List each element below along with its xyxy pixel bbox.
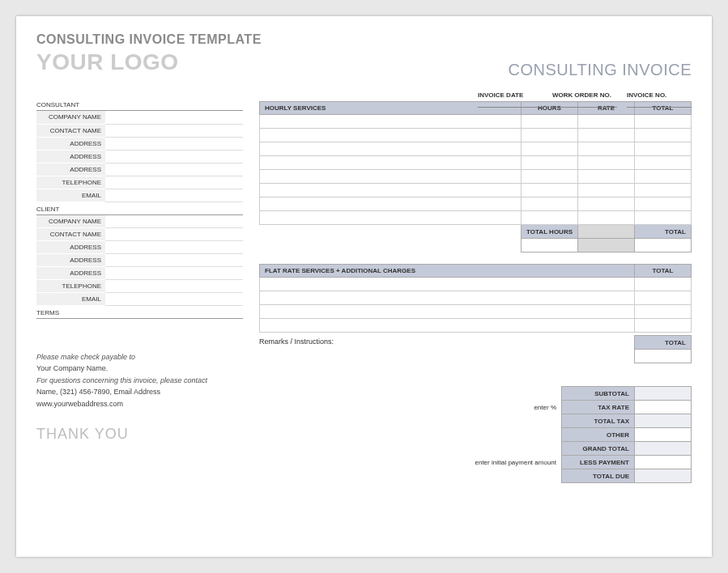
table-row[interactable] [260,156,692,170]
invoice-type-heading: CONSULTING INVOICE [509,61,692,79]
field-label: CONTACT NAME [36,228,105,241]
field-label: EMAIL [36,293,105,306]
field-value[interactable] [105,228,243,241]
hourly-total-row: TOTAL HOURS TOTAL [260,225,692,239]
less-payment-label: LESS PAYMENT [562,456,635,469]
table-row[interactable] [260,129,692,142]
field-value[interactable] [105,176,243,189]
less-payment-value[interactable] [635,456,692,469]
flat-total-value [635,350,692,363]
client-fields: COMPANY NAME CONTACT NAME ADDRESS ADDRES… [36,215,243,307]
summary-table: SUBTOTAL enter %TAX RATE TOTAL TAX OTHER… [416,386,692,483]
remarks-label: Remarks / Instructions: [259,335,334,346]
total-hours-cell [522,239,578,253]
field-label: ADDRESS [36,267,105,280]
tax-rate-label: TAX RATE [562,401,635,414]
total-tax-value [635,414,692,428]
table-row[interactable] [260,170,692,184]
table-row[interactable] [260,184,692,197]
payable-to: Your Company Name. [36,363,243,374]
field-value[interactable] [105,241,243,254]
questions-label: For questions concerning this invoice, p… [36,375,243,386]
field-label: COMPANY NAME [36,111,105,124]
table-row[interactable] [260,142,692,156]
hourly-services-table: HOURLY SERVICES HOURS RATE TOTAL TOTAL H… [259,101,692,253]
tax-rate-value[interactable] [635,401,692,414]
page-title: CONSULTING INVOICE TEMPLATE [36,32,692,47]
field-value[interactable] [105,111,243,124]
table-row[interactable] [260,278,692,291]
subtotal-value [635,387,692,401]
field-value[interactable] [105,280,243,293]
table-row[interactable] [260,197,692,211]
invoice-date-label: INVOICE DATE [478,91,543,108]
field-label: ADDRESS [36,150,105,163]
field-label: EMAIL [36,189,105,202]
table-row[interactable] [260,305,692,319]
footer-text: Please make check payable to Your Compan… [36,351,243,410]
client-section: CLIENT [36,206,243,215]
field-label: ADDRESS [36,163,105,176]
field-label: CONTACT NAME [36,124,105,137]
field-value[interactable] [105,189,243,202]
field-value[interactable] [105,293,243,306]
field-value[interactable] [105,215,243,228]
total-due-value [635,469,692,483]
thank-you: THANK YOU [36,426,243,443]
invoice-meta-row: INVOICE DATE WORK ORDER NO. INVOICE NO. [478,91,692,108]
left-column: CONSULTANT COMPANY NAME CONTACT NAME ADD… [36,101,243,483]
field-label: COMPANY NAME [36,215,105,228]
grand-total-value [635,442,692,456]
flat-total-box: TOTAL [634,335,692,363]
total-due-label: TOTAL DUE [562,469,635,483]
other-value[interactable] [635,428,692,442]
total-hours-value [578,225,635,239]
grand-total-label: GRAND TOTAL [562,442,635,456]
table-row[interactable] [260,211,692,225]
consultant-section: CONSULTANT [36,101,243,111]
total-cell [635,239,692,253]
field-label: TELEPHONE [36,176,105,189]
contact-line: Name, (321) 456-7890, Email Address [36,386,243,397]
hourly-total-row2 [260,239,692,253]
subtotal-label: SUBTOTAL [562,387,635,401]
col-flat-total: TOTAL [635,265,692,278]
work-order-label: WORK ORDER NO. [552,91,617,108]
invoice-no-label: INVOICE NO. [627,91,692,108]
field-value[interactable] [105,137,243,150]
table-row[interactable] [260,115,692,129]
payable-label: Please make check payable to [36,351,243,363]
field-label: ADDRESS [36,137,105,150]
field-value[interactable] [105,150,243,163]
flat-rate-table: FLAT RATE SERVICES + ADDITIONAL CHARGES … [259,264,692,333]
field-label: TELEPHONE [36,280,105,293]
enter-percent-note: enter % [416,401,562,414]
total-tax-label: TOTAL TAX [562,414,635,428]
total-hours-label: TOTAL HOURS [522,225,578,239]
invoice-page: CONSULTING INVOICE TEMPLATE YOUR LOGO CO… [16,16,712,557]
terms-section: TERMS [36,309,243,319]
total-label: TOTAL [635,225,692,239]
field-value[interactable] [105,124,243,137]
field-label: ADDRESS [36,254,105,267]
col-flat-services: FLAT RATE SERVICES + ADDITIONAL CHARGES [260,265,635,278]
consultant-fields: COMPANY NAME CONTACT NAME ADDRESS ADDRES… [36,111,243,202]
table-row[interactable] [260,319,692,333]
field-label: ADDRESS [36,241,105,254]
website: www.yourwebaddress.com [36,398,243,410]
field-value[interactable] [105,267,243,280]
field-value[interactable] [105,163,243,176]
flat-total-label: TOTAL [635,336,692,350]
field-value[interactable] [105,254,243,267]
right-column: HOURLY SERVICES HOURS RATE TOTAL TOTAL H… [259,101,692,483]
enter-payment-note: enter initial payment amount [416,456,562,469]
other-label: OTHER [562,428,635,442]
table-row[interactable] [260,291,692,305]
